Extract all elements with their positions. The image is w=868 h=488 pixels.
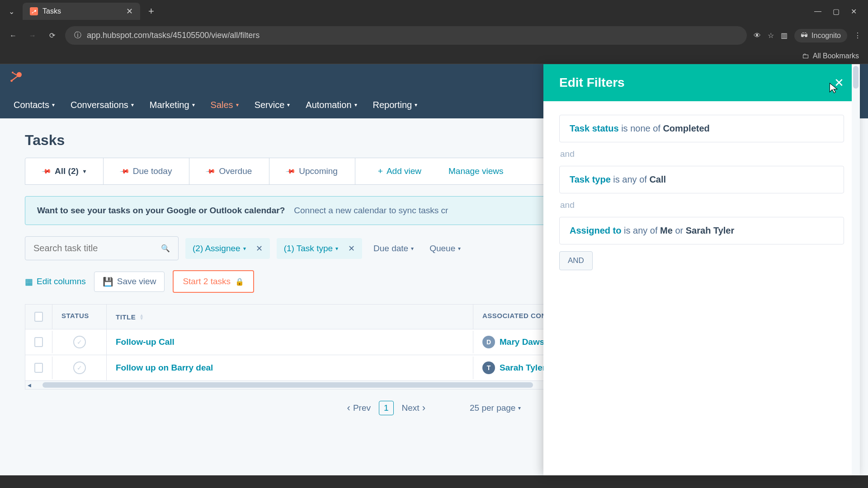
- status-toggle[interactable]: ✓: [73, 361, 86, 374]
- filter-condition[interactable]: Assigned to is any of Me or Sarah Tyler: [559, 217, 844, 244]
- tab-close-icon[interactable]: ✕: [126, 6, 133, 16]
- incognito-badge[interactable]: 🕶 Incognito: [794, 29, 847, 42]
- contact-link[interactable]: Sarah Tyler: [500, 363, 546, 373]
- view-tab-overdue[interactable]: 📌 Overdue: [189, 158, 269, 184]
- row-checkbox[interactable]: [34, 337, 43, 347]
- folder-icon: 🗀: [802, 52, 809, 60]
- svg-point-1: [32, 13, 33, 14]
- per-page-select[interactable]: 25 per page ▾: [470, 403, 521, 413]
- browser-chrome: ⌄ Tasks ✕ + — ▢ ✕ ← → ⟳ ⓘ app.hubspot.co…: [0, 0, 868, 64]
- filter-condition[interactable]: Task status is none of Completed: [559, 115, 844, 142]
- start-tasks-button[interactable]: Start 2 tasks 🔒: [173, 270, 254, 293]
- scroll-left-icon[interactable]: ◀: [25, 383, 33, 388]
- chevron-down-icon: ▾: [354, 102, 357, 108]
- scroll-thumb[interactable]: [853, 66, 859, 89]
- hubspot-logo-icon[interactable]: [9, 70, 24, 86]
- close-panel-button[interactable]: ✕: [834, 76, 844, 90]
- search-input[interactable]: [33, 243, 161, 253]
- address-bar: ← → ⟳ ⓘ app.hubspot.com/tasks/45105500/v…: [0, 23, 868, 48]
- new-tab-button[interactable]: +: [145, 5, 158, 17]
- current-page[interactable]: 1: [379, 401, 394, 415]
- pin-icon: 📌: [205, 166, 216, 176]
- svg-line-3: [12, 76, 18, 80]
- header-status[interactable]: STATUS: [52, 305, 107, 329]
- sort-icon: ▲▼: [139, 314, 144, 320]
- and-separator: and: [559, 193, 844, 217]
- view-tab-upcoming[interactable]: 📌 Upcoming: [269, 158, 355, 184]
- site-info-icon[interactable]: ⓘ: [74, 31, 81, 40]
- nav-reporting[interactable]: Reporting▾: [373, 100, 418, 110]
- all-bookmarks-label: All Bookmarks: [813, 52, 859, 60]
- app-viewport: Contacts▾ Conversations▾ Marketing▾ Sale…: [0, 64, 868, 475]
- add-view-button[interactable]: + Add view: [364, 158, 435, 184]
- nav-sales[interactable]: Sales▾: [211, 100, 239, 110]
- chevron-right-icon: ›: [422, 402, 425, 414]
- banner-text: Connect a new calendar to sync tasks cr: [294, 206, 448, 216]
- forward-button[interactable]: →: [26, 29, 39, 42]
- chevron-down-icon: ▾: [243, 245, 246, 252]
- edit-filters-panel: Edit Filters ✕ Task status is none of Co…: [543, 64, 860, 475]
- row-checkbox[interactable]: [34, 363, 43, 373]
- incognito-icon: 🕶: [801, 32, 808, 40]
- add-and-button[interactable]: AND: [559, 251, 593, 270]
- task-title-link[interactable]: Follow-up Call: [107, 331, 473, 353]
- browser-tab[interactable]: Tasks ✕: [23, 3, 140, 20]
- reload-button[interactable]: ⟳: [46, 29, 58, 42]
- chevron-down-icon: ▾: [192, 102, 195, 108]
- nav-service[interactable]: Service▾: [255, 100, 290, 110]
- maximize-icon[interactable]: ▢: [833, 7, 840, 16]
- next-page-button[interactable]: Next ›: [402, 402, 425, 414]
- filter-condition[interactable]: Task type is any of Call: [559, 166, 844, 193]
- header-title[interactable]: TITLE ▲▼: [107, 305, 473, 329]
- search-input-wrapper: 🔍: [25, 236, 179, 260]
- hubspot-favicon-icon: [30, 7, 38, 15]
- nav-contacts[interactable]: Contacts▾: [14, 100, 55, 110]
- queue-filter[interactable]: Queue▾: [425, 238, 465, 259]
- and-separator: and: [559, 142, 844, 166]
- remove-filter-icon[interactable]: ✕: [348, 244, 355, 253]
- due-date-filter[interactable]: Due date▾: [369, 238, 418, 259]
- panel-header: Edit Filters ✕: [543, 64, 860, 101]
- chevron-down-icon: ▾: [518, 405, 521, 411]
- avatar: T: [482, 361, 495, 374]
- side-panel-icon[interactable]: ▥: [781, 31, 788, 40]
- chevron-down-icon: ▾: [236, 102, 239, 108]
- save-view-button[interactable]: 💾 Save view: [94, 272, 165, 292]
- select-all-checkbox[interactable]: [34, 312, 43, 322]
- edit-columns-button[interactable]: ▦ Edit columns: [25, 277, 86, 287]
- banner-title: Want to see your tasks on your Google or…: [37, 206, 285, 216]
- panel-body: Task status is none of Completed and Tas…: [543, 101, 860, 284]
- window-controls: — ▢ ✕: [807, 7, 863, 16]
- close-window-icon[interactable]: ✕: [851, 7, 857, 16]
- pin-icon: 📌: [119, 166, 130, 176]
- browser-menu-icon[interactable]: ⋮: [854, 31, 861, 40]
- manage-views-link[interactable]: Manage views: [448, 166, 503, 176]
- remove-filter-icon[interactable]: ✕: [256, 244, 263, 253]
- view-tab-due-today[interactable]: 📌 Due today: [104, 158, 190, 184]
- chevron-down-icon: ▾: [131, 102, 134, 108]
- bookmark-star-icon[interactable]: ☆: [768, 31, 774, 40]
- scroll-thumb[interactable]: [42, 382, 533, 388]
- chevron-down-icon: ▾: [287, 102, 290, 108]
- nav-automation[interactable]: Automation▾: [306, 100, 357, 110]
- view-tab-all[interactable]: 📌 All (2) ▾: [25, 158, 104, 184]
- chevron-down-icon: ▾: [458, 245, 461, 252]
- nav-conversations[interactable]: Conversations▾: [71, 100, 134, 110]
- task-title-link[interactable]: Follow up on Barry deal: [107, 357, 473, 379]
- minimize-icon[interactable]: —: [814, 7, 821, 16]
- prev-page-button[interactable]: ‹ Prev: [347, 402, 371, 414]
- assignee-filter-chip[interactable]: (2) Assignee▾ ✕: [185, 238, 270, 259]
- tasktype-filter-chip[interactable]: (1) Task type▾ ✕: [277, 238, 362, 259]
- status-toggle[interactable]: ✓: [73, 336, 86, 348]
- panel-scrollbar[interactable]: [852, 64, 860, 475]
- all-bookmarks-button[interactable]: 🗀 All Bookmarks: [802, 52, 859, 60]
- address-bar-right: 👁 ☆ ▥ 🕶 Incognito ⋮: [754, 29, 861, 42]
- back-button[interactable]: ←: [7, 29, 19, 42]
- tab-list-dropdown[interactable]: ⌄: [5, 5, 18, 18]
- search-icon[interactable]: 🔍: [161, 244, 170, 253]
- nav-marketing[interactable]: Marketing▾: [150, 100, 195, 110]
- tab-title: Tasks: [42, 7, 122, 15]
- chevron-down-icon: ▾: [83, 168, 86, 174]
- eye-off-icon[interactable]: 👁: [754, 32, 761, 40]
- url-box[interactable]: ⓘ app.hubspot.com/tasks/45105500/view/al…: [65, 26, 747, 45]
